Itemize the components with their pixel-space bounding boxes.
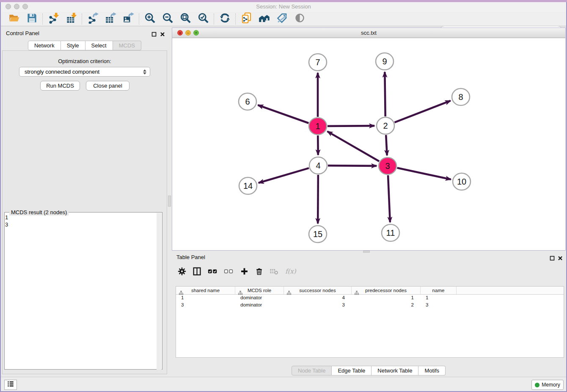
node-15[interactable]: 15 xyxy=(309,226,327,243)
node-label: 10 xyxy=(457,177,466,186)
network-view-window: x − + scc.txt 7968124314101511 xyxy=(172,28,566,251)
edge-3-1[interactable] xyxy=(328,131,379,161)
duplicate-network-button[interactable] xyxy=(239,13,253,25)
node-9[interactable]: 9 xyxy=(376,53,394,70)
cell-successor-nodes: 3 xyxy=(284,302,352,309)
automation-panel-button[interactable] xyxy=(4,380,17,390)
tab-edge-table[interactable]: Edge Table xyxy=(332,366,372,375)
gear-icon xyxy=(178,266,186,278)
node-4[interactable]: 4 xyxy=(309,157,327,174)
export-network-button[interactable] xyxy=(86,13,99,25)
node-1[interactable]: 1 xyxy=(309,118,327,135)
column-header-predecessor-nodes[interactable]: predecessor nodes xyxy=(352,287,421,294)
close-panel-button[interactable]: Close panel xyxy=(86,81,129,91)
edge-2-8[interactable] xyxy=(394,101,450,122)
gear-button[interactable] xyxy=(178,267,186,278)
add-column-icon xyxy=(240,266,249,278)
node-7[interactable]: 7 xyxy=(309,54,327,71)
cell-MCDS-role: dominator xyxy=(235,302,284,309)
save-button[interactable] xyxy=(25,13,39,25)
eye-button[interactable] xyxy=(293,13,306,25)
column-header-successor-nodes[interactable]: successor nodes xyxy=(284,287,352,294)
toolbar-group-3 xyxy=(82,13,139,25)
tab-select[interactable]: Select xyxy=(85,41,113,50)
export-image-icon xyxy=(123,12,134,25)
deselect-all-button[interactable] xyxy=(224,267,234,278)
export-table-button[interactable] xyxy=(104,13,117,25)
chevron-updown-icon xyxy=(143,69,146,75)
memory-status-dot xyxy=(535,383,539,387)
import-table-button[interactable] xyxy=(64,13,78,25)
edge-4-15[interactable] xyxy=(318,175,318,224)
table-header-row: shared nameMCDS rolesuccessor nodesprede… xyxy=(176,287,564,295)
node-label: 1 xyxy=(315,121,320,131)
delete-column-button[interactable] xyxy=(255,267,263,278)
node-label: 8 xyxy=(458,92,463,102)
table-row[interactable]: 1dominator411 xyxy=(176,295,564,302)
edge-3-10[interactable] xyxy=(397,168,451,179)
import-network-button[interactable] xyxy=(47,13,60,25)
import-table-icon xyxy=(66,12,77,25)
network-canvas[interactable]: 7968124314101511 xyxy=(172,38,565,250)
tab-network[interactable]: Network xyxy=(28,41,61,50)
edge-1-2[interactable] xyxy=(328,126,374,126)
node-label: 15 xyxy=(313,229,322,239)
edge-2-9[interactable] xyxy=(385,72,385,116)
columns-button[interactable] xyxy=(193,267,201,278)
node-3[interactable]: 3 xyxy=(379,157,396,174)
control-panel-close-icon[interactable] xyxy=(160,31,165,36)
control-panel-float-icon[interactable] xyxy=(151,31,157,36)
open-folder-button[interactable] xyxy=(7,13,21,25)
node-8[interactable]: 8 xyxy=(452,88,470,105)
tab-motifs[interactable]: Motifs xyxy=(418,366,446,375)
list-icon xyxy=(7,380,14,389)
delete-column-icon xyxy=(255,266,263,278)
node-label: 3 xyxy=(385,161,390,171)
titlebar: Session: New Session xyxy=(0,2,567,12)
node-10[interactable]: 10 xyxy=(453,173,471,190)
window-top-strip xyxy=(0,0,567,2)
node-11[interactable]: 11 xyxy=(382,224,399,241)
result-scrollbar[interactable] xyxy=(157,213,162,370)
run-mcds-button[interactable]: Run MCDS xyxy=(40,81,80,91)
horizontal-splitter-grip[interactable] xyxy=(363,251,370,253)
node-2[interactable]: 2 xyxy=(377,117,394,134)
memory-button[interactable]: Memory xyxy=(531,380,564,390)
tab-network-table[interactable]: Network Table xyxy=(372,366,418,375)
tab-style[interactable]: Style xyxy=(61,41,85,50)
tab-node-table[interactable]: Node Table xyxy=(292,366,332,375)
cell-predecessor-nodes: 1 xyxy=(352,295,421,302)
refresh-button[interactable] xyxy=(218,13,231,25)
cell-successor-nodes: 4 xyxy=(284,295,352,302)
zoom-fit-button[interactable] xyxy=(179,13,192,25)
vertical-splitter-grip[interactable] xyxy=(168,196,171,207)
export-image-button[interactable] xyxy=(121,13,135,25)
table-panel-float-icon[interactable] xyxy=(550,255,555,260)
node-14[interactable]: 14 xyxy=(239,177,257,194)
column-header-name[interactable]: name xyxy=(421,287,457,294)
add-column-button[interactable] xyxy=(240,267,249,278)
zoom-out-icon xyxy=(162,12,173,25)
select-all-button[interactable] xyxy=(208,267,217,278)
home-button[interactable] xyxy=(257,13,271,25)
node-label: 9 xyxy=(382,57,387,66)
edge-2-3[interactable] xyxy=(386,135,387,155)
export-table-icon xyxy=(105,12,116,25)
zoom-in-button[interactable] xyxy=(143,13,157,25)
hide-labels-button[interactable] xyxy=(275,13,289,25)
criterion-select[interactable]: strongly connected component xyxy=(19,67,150,77)
table-panel-close-icon[interactable] xyxy=(558,255,563,260)
edge-4-3[interactable] xyxy=(328,166,377,166)
column-header-filler xyxy=(457,287,564,294)
control-panel-title: Control Panel xyxy=(6,30,39,36)
edge-4-14[interactable] xyxy=(259,168,309,183)
node-6[interactable]: 6 xyxy=(239,93,256,110)
table-row[interactable]: 3dominator323 xyxy=(176,302,564,309)
zoom-out-button[interactable] xyxy=(161,13,174,25)
edge-3-11[interactable] xyxy=(388,175,390,222)
edge-1-6[interactable] xyxy=(258,105,309,123)
column-header-MCDS-role[interactable]: MCDS role xyxy=(235,287,284,294)
column-header-shared-name[interactable]: shared name xyxy=(176,287,235,294)
zoom-selected-button[interactable] xyxy=(196,13,210,25)
tab-mcds[interactable]: MCDS xyxy=(113,41,141,50)
